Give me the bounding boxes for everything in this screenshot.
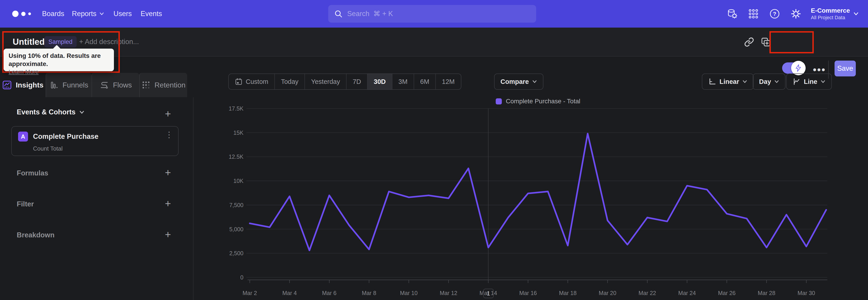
svg-text:Mar 20: Mar 20 xyxy=(599,290,616,296)
scale-label: Linear xyxy=(719,78,739,86)
range-today-label: Today xyxy=(281,78,298,86)
project-selector[interactable]: E-Commerce All Project Data xyxy=(811,7,850,21)
chart-type-dropdown[interactable]: Line xyxy=(786,73,832,90)
mixpanel-logo-icon[interactable] xyxy=(12,0,31,28)
scale-dropdown[interactable]: Linear xyxy=(702,73,754,90)
section-breakdown[interactable]: Breakdown xyxy=(17,231,55,239)
chevron-down-icon xyxy=(532,80,537,83)
nav-users[interactable]: Users xyxy=(114,0,132,28)
svg-text:Mar 28: Mar 28 xyxy=(758,290,775,296)
svg-text:Mar 10: Mar 10 xyxy=(400,290,418,296)
compare-button[interactable]: Compare xyxy=(494,73,544,90)
add-breakdown-button[interactable]: + xyxy=(162,229,174,240)
chevron-down-icon xyxy=(820,80,826,83)
section-filter[interactable]: Filter xyxy=(17,200,34,208)
svg-text:Mar 18: Mar 18 xyxy=(559,290,577,296)
tab-insights[interactable]: Insights xyxy=(0,73,46,97)
line-chart-icon xyxy=(793,78,801,86)
project-scope: All Project Data xyxy=(811,14,850,21)
report-header: Untitled Sampled + Add description... xyxy=(0,28,868,57)
search-icon xyxy=(334,9,343,18)
svg-text:Mar 26: Mar 26 xyxy=(718,290,736,296)
search-input[interactable] xyxy=(343,10,536,18)
svg-text:Mar 12: Mar 12 xyxy=(440,290,457,296)
nav-reports-label: Reports xyxy=(72,10,96,18)
app-root: Boards Reports Users Events xyxy=(0,0,868,300)
range-custom[interactable]: Custom xyxy=(229,74,274,89)
svg-text:0: 0 xyxy=(240,274,243,280)
funnels-icon xyxy=(50,81,59,90)
retention-icon xyxy=(142,81,151,90)
project-chevron-down-icon[interactable] xyxy=(853,12,859,16)
range-7d[interactable]: 7D xyxy=(346,74,367,89)
range-3m-label: 3M xyxy=(399,78,408,86)
sampling-toggle[interactable] xyxy=(782,62,804,74)
tab-retention-label: Retention xyxy=(155,81,186,89)
chart-type-label: Line xyxy=(804,78,817,86)
range-30d-label: 30D xyxy=(374,78,385,86)
section-formulas[interactable]: Formulas xyxy=(17,169,49,177)
copy-link-icon[interactable] xyxy=(743,36,755,48)
pagination-page-1[interactable]: 1 xyxy=(483,289,494,298)
svg-text:Mar 2: Mar 2 xyxy=(243,290,257,296)
global-search[interactable] xyxy=(328,5,536,23)
tab-flows[interactable]: Flows xyxy=(92,73,139,97)
help-icon[interactable]: ? xyxy=(768,7,781,20)
settings-gear-icon[interactable] xyxy=(789,7,802,20)
range-3m[interactable]: 3M xyxy=(392,74,414,89)
add-event-button[interactable]: + xyxy=(162,108,174,119)
add-formula-button[interactable]: + xyxy=(162,167,174,178)
nav-users-label: Users xyxy=(114,10,132,18)
svg-text:17.5K: 17.5K xyxy=(229,106,244,112)
svg-text:Mar 22: Mar 22 xyxy=(639,290,656,296)
range-6m[interactable]: 6M xyxy=(414,74,435,89)
event-letter-badge: A xyxy=(18,131,28,142)
date-range-group: Custom Today Yesterday 7D 30D 3M 6M 12M xyxy=(228,73,461,90)
range-today[interactable]: Today xyxy=(274,74,305,89)
project-name: E-Commerce xyxy=(811,7,850,14)
nav-reports[interactable]: Reports xyxy=(72,0,104,28)
range-30d[interactable]: 30D xyxy=(367,74,392,89)
events-cohorts-header[interactable]: Events & Cohorts xyxy=(17,108,85,116)
sampling-tooltip: Using 10% of data. Results are approxima… xyxy=(4,49,114,71)
tab-funnels[interactable]: Funnels xyxy=(46,73,92,97)
event-name: Complete Purchase xyxy=(33,132,98,141)
add-to-board-icon[interactable] xyxy=(760,36,772,48)
chevron-down-icon xyxy=(774,80,779,83)
calendar-icon xyxy=(235,78,243,86)
lightning-bolt-icon xyxy=(795,64,802,72)
learn-more-link[interactable]: Learn More xyxy=(8,68,39,76)
apps-grid-icon[interactable] xyxy=(747,7,760,20)
svg-text:Mar 4: Mar 4 xyxy=(282,290,297,296)
data-management-icon[interactable] xyxy=(726,7,739,20)
line-chart[interactable]: 02,5005,0007,50010K12.5K15K17.5KMar 2Mar… xyxy=(193,97,868,300)
range-yesterday-label: Yesterday xyxy=(311,78,340,86)
add-filter-button[interactable]: + xyxy=(162,198,174,209)
interval-label: Day xyxy=(759,78,771,86)
range-yesterday[interactable]: Yesterday xyxy=(305,74,346,89)
tooltip-text: Using 10% of data. Results are approxima… xyxy=(8,52,109,68)
svg-text:Mar 24: Mar 24 xyxy=(678,290,696,296)
chevron-down-icon xyxy=(79,111,85,114)
top-navbar: Boards Reports Users Events xyxy=(0,0,868,28)
event-metric[interactable]: Count Total xyxy=(33,145,63,152)
tab-retention[interactable]: Retention xyxy=(139,73,187,97)
chevron-down-icon xyxy=(742,80,747,83)
nav-boards[interactable]: Boards xyxy=(42,0,64,28)
tab-insights-label: Insights xyxy=(16,81,43,89)
event-card[interactable]: A Complete Purchase Count Total ⋮ xyxy=(11,126,179,156)
navbar-icons: ? E-Commerce All Project Data xyxy=(726,0,868,28)
range-12m[interactable]: 12M xyxy=(435,74,461,89)
report-tabs: Insights Funnels Flows xyxy=(0,73,187,97)
nav-events-label: Events xyxy=(141,10,162,18)
sampled-badge[interactable]: Sampled xyxy=(44,36,76,48)
svg-text:Mar 16: Mar 16 xyxy=(519,290,537,296)
event-menu-icon[interactable]: ⋮ xyxy=(165,131,173,139)
events-cohorts-label: Events & Cohorts xyxy=(17,108,75,116)
range-12m-label: 12M xyxy=(442,78,455,86)
interval-dropdown[interactable]: Day xyxy=(753,73,785,90)
save-button[interactable]: Save xyxy=(835,61,856,77)
nav-events[interactable]: Events xyxy=(141,0,162,28)
flows-icon xyxy=(99,80,109,90)
svg-text:5,000: 5,000 xyxy=(229,226,243,232)
